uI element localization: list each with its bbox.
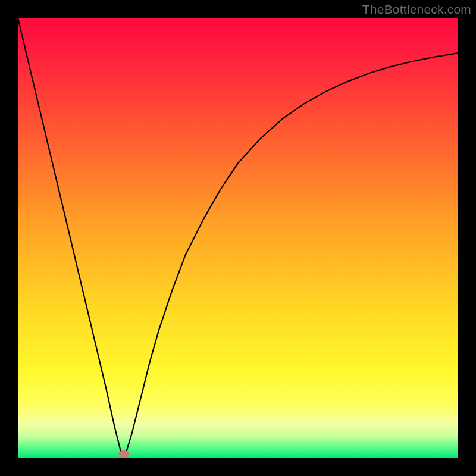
optimal-point-marker (118, 450, 129, 458)
plot-area (18, 18, 458, 458)
chart-frame: TheBottleneck.com (0, 0, 476, 476)
gradient-background (18, 18, 458, 458)
watermark-text: TheBottleneck.com (362, 2, 471, 17)
